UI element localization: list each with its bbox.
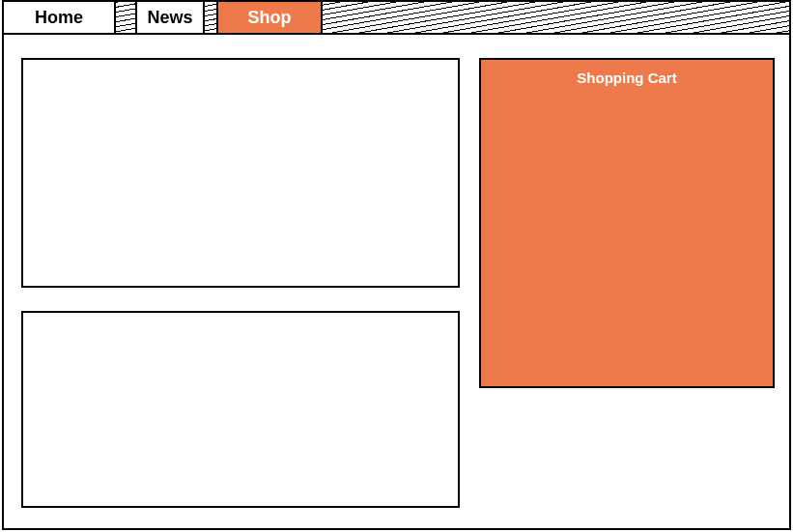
- app-frame: Home News Shop Shopping Cart: [0, 0, 793, 532]
- shopping-cart-title: Shopping Cart: [481, 70, 773, 86]
- tab-news[interactable]: News: [135, 2, 205, 33]
- nav-spacer: [116, 2, 135, 33]
- tab-shop[interactable]: Shop: [216, 2, 323, 33]
- shopping-cart-panel[interactable]: Shopping Cart: [479, 58, 775, 388]
- tab-home[interactable]: Home: [4, 2, 116, 33]
- top-nav: Home News Shop: [2, 0, 791, 35]
- nav-spacer: [205, 2, 216, 33]
- content-panel-bottom: [21, 311, 460, 508]
- content-panel-top: [21, 58, 460, 288]
